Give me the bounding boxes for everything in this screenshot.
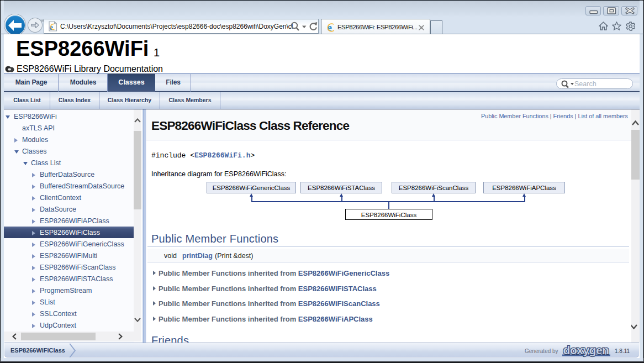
- svg-text:doxygen: doxygen: [563, 344, 609, 356]
